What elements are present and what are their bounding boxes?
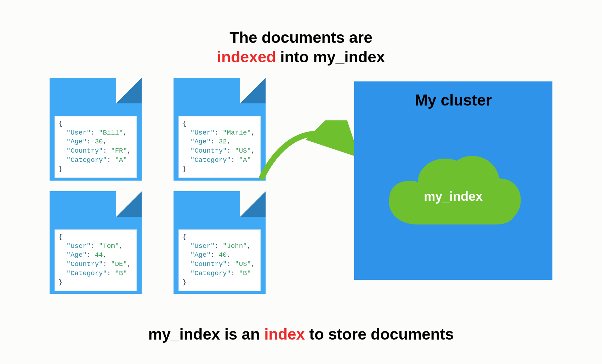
- heading-top-line1: The documents are: [217, 28, 385, 47]
- cluster-box: My cluster my_index: [354, 81, 552, 280]
- heading-top-line2: indexed into my_index: [217, 47, 385, 67]
- cloud-label: my_index: [424, 189, 483, 204]
- document-json: { "User": "Tom", "Age": 44, "Country": "…: [55, 229, 137, 291]
- document-json: { "User": "John", "Age": 40, "Country": …: [178, 229, 261, 291]
- heading-bottom-post: to store documents: [305, 325, 454, 343]
- cluster-title: My cluster: [354, 91, 552, 109]
- heading-top: The documents are indexed into my_index: [217, 28, 385, 67]
- document-card: { "User": "John", "Age": 40, "Country": …: [174, 191, 266, 294]
- document-card: { "User": "Marie", "Age": 32, "Country":…: [174, 78, 266, 181]
- document-card: { "User": "Bill", "Age": 30, "Country": …: [50, 78, 142, 181]
- page-fold-icon: [116, 191, 142, 217]
- documents-grid: { "User": "Bill", "Age": 30, "Country": …: [50, 78, 290, 294]
- heading-bottom: my_index is an index to store documents: [148, 324, 454, 344]
- page-fold-icon: [240, 191, 266, 217]
- page-fold-icon: [116, 78, 142, 103]
- document-json: { "User": "Bill", "Age": 30, "Country": …: [55, 116, 137, 178]
- heading-bottom-pre: my_index is an: [148, 325, 264, 343]
- page-fold-icon: [240, 78, 266, 103]
- heading-top-highlight: indexed: [217, 48, 276, 66]
- document-card: { "User": "Tom", "Age": 44, "Country": "…: [50, 191, 142, 294]
- document-json: { "User": "Marie", "Age": 32, "Country":…: [178, 116, 261, 178]
- heading-bottom-highlight: index: [264, 325, 305, 343]
- heading-top-rest: into my_index: [276, 48, 385, 66]
